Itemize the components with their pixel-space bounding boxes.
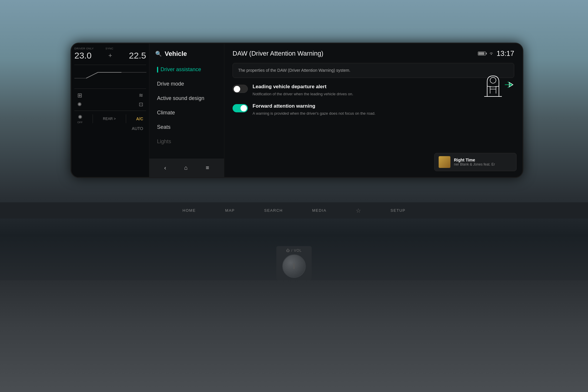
sync-temp: 22.5 bbox=[129, 51, 146, 61]
music-title: Right Time bbox=[454, 158, 512, 162]
music-artist: ner Blank & Jones feat. Er bbox=[454, 162, 512, 166]
temp-graph bbox=[74, 68, 146, 86]
plus-button[interactable]: + bbox=[108, 52, 112, 59]
album-art bbox=[439, 156, 450, 168]
map-hw-button[interactable]: MAP bbox=[225, 208, 235, 213]
menu-panel: 🔍 Vehicle Driver assistance Drive mode A… bbox=[149, 44, 224, 177]
infotainment-screen: DRIVER ONLY SYNC 23.0 + 22.5 bbox=[71, 43, 523, 178]
setup-hw-button[interactable]: SETUP bbox=[390, 208, 405, 213]
toggle-knob-2 bbox=[240, 105, 247, 111]
music-info: Right Time ner Blank & Jones feat. Er bbox=[454, 158, 512, 166]
climate-panel: DRIVER ONLY SYNC 23.0 + 22.5 bbox=[71, 44, 149, 177]
menu-item-seats[interactable]: Seats bbox=[154, 120, 219, 134]
power-vol-label: ⏻ / VOL bbox=[286, 248, 302, 253]
menu-item-drive-mode[interactable]: Drive mode bbox=[154, 77, 219, 91]
menu-item-active-sound[interactable]: Active sound design bbox=[154, 91, 219, 106]
toggle-forward-attention[interactable] bbox=[233, 104, 248, 112]
auto-row: AUTO bbox=[74, 125, 146, 132]
dashboard-lower bbox=[0, 280, 588, 392]
rear-defrost-icon[interactable]: ⊡ bbox=[139, 101, 143, 108]
star-button[interactable]: ☆ bbox=[356, 207, 361, 214]
driver-assistance-label: Driver assistance bbox=[161, 66, 201, 73]
menu-title: Vehicle bbox=[165, 50, 187, 58]
ac-button[interactable]: A/C bbox=[136, 116, 143, 121]
clock: 13:17 bbox=[497, 49, 514, 58]
rear-button[interactable]: REAR > bbox=[103, 117, 116, 121]
fan-off-icon[interactable]: ✺ bbox=[78, 114, 82, 120]
main-content-panel: DAW (Driver Attention Warning) 1 bbox=[224, 44, 522, 177]
vent-controls: ⊞ ≋ bbox=[74, 91, 146, 100]
off-text: OFF bbox=[77, 121, 83, 124]
menu-button[interactable]: ≡ bbox=[200, 162, 215, 174]
svg-rect-6 bbox=[478, 52, 484, 55]
toggle-on[interactable] bbox=[233, 104, 248, 112]
toggle-off[interactable] bbox=[233, 85, 248, 93]
page-title: DAW (Driver Attention Warning) bbox=[233, 50, 323, 57]
volume-knob-area: ⏻ / VOL bbox=[276, 246, 312, 280]
svg-point-7 bbox=[491, 54, 492, 55]
sync-label: SYNC bbox=[106, 47, 113, 50]
content-header: DAW (Driver Attention Warning) 1 bbox=[233, 49, 514, 58]
hardware-nav-bar: HOME MAP SEARCH MEDIA ☆ SETUP bbox=[0, 202, 588, 218]
music-widget[interactable]: Right Time ner Blank & Jones feat. Er bbox=[434, 153, 517, 171]
back-button[interactable]: ‹ bbox=[158, 162, 172, 174]
fan-icon[interactable]: ✺ bbox=[77, 101, 82, 108]
time-area: 13:17 bbox=[478, 49, 514, 58]
menu-item-driver-assistance[interactable]: Driver assistance bbox=[154, 62, 219, 77]
menu-item-lights[interactable]: Lights bbox=[154, 134, 219, 149]
vent-icon[interactable]: ⊞ bbox=[77, 92, 82, 99]
seats-label: Seats bbox=[157, 124, 171, 130]
svg-line-1 bbox=[86, 72, 98, 78]
search-hw-button[interactable]: SEARCH bbox=[264, 208, 283, 213]
search-icon[interactable]: 🔍 bbox=[155, 51, 162, 57]
bottom-controls: ✺ OFF REAR > A/C bbox=[74, 113, 146, 125]
toggle-leading-vehicle[interactable] bbox=[233, 85, 248, 93]
description-text: The properties of the DAW (Driver Attent… bbox=[238, 68, 350, 73]
menu-items-list: Driver assistance Drive mode Active soun… bbox=[149, 62, 224, 159]
menu-item-climate[interactable]: Climate bbox=[154, 106, 219, 120]
svg-marker-9 bbox=[509, 82, 513, 87]
active-indicator bbox=[157, 67, 158, 73]
ac-controls: ✺ ⊡ bbox=[74, 100, 146, 109]
climate-label: Climate bbox=[157, 110, 175, 116]
driver-temp: 23.0 bbox=[74, 51, 91, 61]
setting-desc-forward: A warning is provided when the driver's … bbox=[253, 111, 514, 116]
home-hw-button[interactable]: HOME bbox=[183, 208, 196, 213]
battery-icon bbox=[478, 51, 494, 56]
menu-header: 🔍 Vehicle bbox=[149, 44, 224, 62]
auto-button[interactable]: AUTO bbox=[132, 126, 143, 131]
drive-mode-label: Drive mode bbox=[157, 81, 184, 87]
heat-icon[interactable]: ≋ bbox=[139, 92, 143, 99]
volume-knob[interactable] bbox=[282, 254, 306, 278]
svg-rect-5 bbox=[486, 53, 487, 54]
svg-point-8 bbox=[490, 77, 496, 83]
media-hw-button[interactable]: MEDIA bbox=[312, 208, 327, 213]
toggle-knob bbox=[234, 86, 240, 92]
active-sound-label: Active sound design bbox=[157, 95, 204, 101]
driver-only-label: DRIVER ONLY bbox=[74, 47, 94, 50]
bottom-navigation: ‹ ⌂ ≡ bbox=[149, 159, 224, 177]
car-illustration bbox=[470, 70, 517, 105]
lights-label: Lights bbox=[157, 139, 171, 145]
home-button[interactable]: ⌂ bbox=[178, 162, 193, 174]
